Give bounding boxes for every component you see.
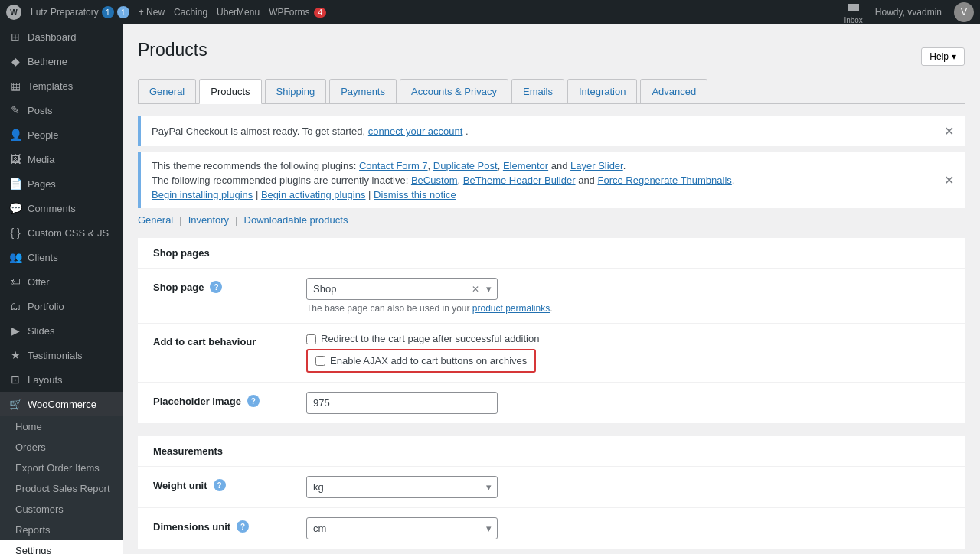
sidebar-item-clients[interactable]: 👥 Clients [0, 245, 122, 269]
weight-unit-help-icon[interactable]: ? [214, 479, 226, 491]
wp-logo-item[interactable]: W [6, 5, 21, 20]
plugins-notice-content: This theme recommends the following plug… [152, 160, 734, 200]
sidebar-item-people[interactable]: 👤 People [0, 122, 122, 147]
tab-accounts-privacy[interactable]: Accounts & Privacy [400, 79, 508, 103]
sidebar-item-pages[interactable]: 📄 Pages [0, 171, 122, 196]
paypal-notice: PayPal Checkout is almost ready. To get … [138, 116, 965, 146]
sidebar-label-media: Media [28, 154, 54, 165]
begin-installing-link[interactable]: Begin installing plugins [152, 189, 253, 200]
site-name: Lutz Preparatory [31, 7, 99, 18]
avatar[interactable]: V [954, 2, 974, 22]
admin-bar-left: W Lutz Preparatory 1 1 + New Caching Ube… [6, 5, 326, 20]
sidebar-item-testimonials[interactable]: ★ Testimonials [0, 343, 122, 367]
testimonials-icon: ★ [9, 349, 21, 361]
sidebar-label-offer: Offer [28, 276, 50, 288]
sidebar-sub-label-home: Home [15, 421, 42, 432]
redirect-checkbox-row: Redirect to the cart page after successf… [306, 333, 949, 344]
shop-page-select[interactable]: Shop [306, 278, 498, 300]
betheme-header-link[interactable]: BeTheme Header Builder [463, 174, 576, 186]
sidebar-sub-export-order-items[interactable]: Export Order Items [0, 458, 122, 478]
becustom-link[interactable]: BeCustom [411, 174, 458, 186]
force-regen-link[interactable]: Force Regenerate Thumbnails [597, 174, 731, 186]
section-nav-general[interactable]: General [138, 214, 173, 226]
wpforms-label: WPForms [269, 7, 309, 18]
section-nav-inventory[interactable]: Inventory [188, 214, 229, 226]
ubermenu-item[interactable]: UberMenu [217, 7, 260, 18]
section-nav-downloadable[interactable]: Downloadable products [244, 214, 348, 226]
contact-form-link[interactable]: Contact Form 7 [359, 160, 428, 171]
caching-item[interactable]: Caching [174, 7, 207, 18]
tab-integration[interactable]: Integration [567, 79, 637, 103]
tab-advanced[interactable]: Advanced [640, 79, 707, 103]
weight-unit-select-wrap: kg g lbs oz ▾ [306, 476, 498, 498]
sidebar-item-layouts[interactable]: ⊡ Layouts [0, 367, 122, 392]
wpforms-item[interactable]: WPForms 4 [269, 7, 326, 18]
sidebar-sub-product-sales-report[interactable]: Product Sales Report [0, 478, 122, 499]
caching-label: Caching [174, 7, 207, 18]
dimensions-unit-field: cm m mm in yd ▾ [291, 508, 965, 549]
tab-emails[interactable]: Emails [511, 79, 564, 103]
sidebar-label-custom-css: Custom CSS & JS [28, 227, 109, 239]
plugins-notice: This theme recommends the following plug… [138, 152, 965, 208]
weight-unit-field: kg g lbs oz ▾ [291, 467, 965, 508]
sidebar-sub-label-sales-report: Product Sales Report [15, 483, 110, 494]
sidebar-sub-home[interactable]: Home [0, 416, 122, 437]
sidebar-item-posts[interactable]: ✎ Posts [0, 98, 122, 122]
sidebar-item-betheme[interactable]: ◆ Betheme [0, 49, 122, 73]
layer-slider-link[interactable]: Layer Slider [570, 160, 623, 171]
sidebar-item-templates[interactable]: ▦ Templates [0, 73, 122, 98]
sidebar-item-portfolio[interactable]: 🗂 Portfolio [0, 294, 122, 318]
placeholder-image-label: Placeholder image ? [138, 383, 291, 424]
inbox-icon-item[interactable]: Inbox [844, 1, 862, 24]
tab-shipping[interactable]: Shipping [265, 79, 327, 103]
ajax-cart-checkbox[interactable] [315, 356, 325, 366]
offer-icon: 🏷 [9, 275, 21, 288]
shop-pages-section: Shop pages Shop page ? Shop [138, 238, 965, 424]
tab-general[interactable]: General [138, 79, 196, 103]
sidebar-item-dashboard[interactable]: ⊞ Dashboard [0, 24, 122, 49]
measurements-table: Weight unit ? kg g lbs oz [138, 467, 965, 549]
site-name-item[interactable]: Lutz Preparatory 1 1 [31, 6, 129, 18]
sidebar-item-offer[interactable]: 🏷 Offer [0, 269, 122, 294]
add-to-cart-row: Add to cart behaviour Redirect to the ca… [138, 324, 965, 383]
sidebar-item-custom-css-js[interactable]: { } Custom CSS & JS [0, 220, 122, 245]
sidebar-item-slides[interactable]: ▶ Slides [0, 318, 122, 343]
new-label: + New [139, 7, 165, 18]
sidebar-item-woocommerce[interactable]: 🛒 WooCommerce [0, 392, 122, 416]
sidebar-sub-orders[interactable]: Orders [0, 437, 122, 458]
placeholder-image-input[interactable] [306, 392, 498, 414]
sidebar-sub-settings[interactable]: Settings [0, 540, 122, 554]
sidebar-sub-reports[interactable]: Reports [0, 520, 122, 540]
clients-icon: 👥 [9, 251, 21, 263]
paypal-notice-dismiss[interactable]: ✕ [944, 124, 954, 138]
placeholder-image-row: Placeholder image ? [138, 383, 965, 424]
product-permalinks-link[interactable]: product permalinks [472, 303, 550, 314]
sidebar-item-media[interactable]: 🖼 Media [0, 147, 122, 171]
dimensions-unit-select[interactable]: cm m mm in yd [306, 517, 498, 539]
begin-activating-link[interactable]: Begin activating plugins [261, 189, 366, 200]
redirect-cart-label: Redirect to the cart page after successf… [321, 333, 539, 344]
sidebar-sub-customers[interactable]: Customers [0, 499, 122, 520]
dismiss-notice-link[interactable]: Dismiss this notice [374, 189, 456, 200]
duplicate-post-link[interactable]: Duplicate Post [433, 160, 498, 171]
tab-products[interactable]: Products [199, 79, 261, 104]
sidebar-label-betheme: Betheme [28, 56, 67, 67]
redirect-cart-checkbox[interactable] [306, 334, 316, 344]
tab-payments[interactable]: Payments [329, 79, 397, 103]
new-item[interactable]: + New [139, 7, 165, 18]
plugins-notice-dismiss[interactable]: ✕ [944, 160, 954, 200]
shop-page-help-icon[interactable]: ? [210, 281, 222, 293]
connect-account-link[interactable]: connect your account [368, 125, 463, 137]
shop-page-field: Shop ✕ ▾ The base page can also be used … [291, 269, 965, 324]
elementor-link[interactable]: Elementor [503, 160, 548, 171]
weight-unit-select[interactable]: kg g lbs oz [306, 476, 498, 498]
wp-logo: W [6, 5, 21, 20]
sidebar-item-comments[interactable]: 💬 Comments [0, 196, 122, 220]
help-button[interactable]: Help ▾ [921, 47, 965, 66]
dimensions-unit-help-icon[interactable]: ? [237, 520, 249, 533]
ubermenu-label: UberMenu [217, 7, 260, 18]
dimensions-unit-select-wrap: cm m mm in yd ▾ [306, 517, 498, 539]
posts-icon: ✎ [9, 104, 21, 116]
placeholder-image-help-icon[interactable]: ? [247, 395, 260, 407]
select-clear-icon[interactable]: ✕ [472, 284, 479, 295]
